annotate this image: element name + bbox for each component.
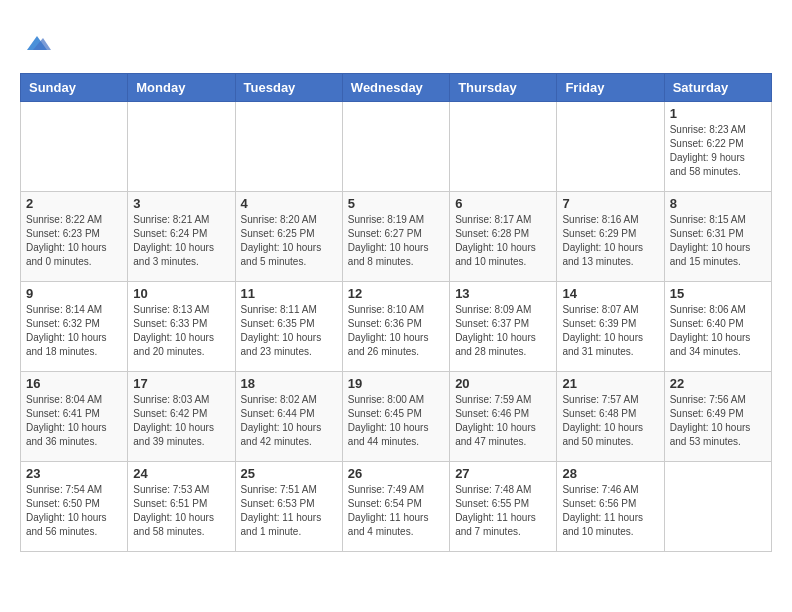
day-number: 18: [241, 376, 337, 391]
day-info: Sunrise: 8:09 AM Sunset: 6:37 PM Dayligh…: [455, 303, 551, 359]
header-thursday: Thursday: [450, 74, 557, 102]
calendar-cell: 5Sunrise: 8:19 AM Sunset: 6:27 PM Daylig…: [342, 192, 449, 282]
calendar-cell: 2Sunrise: 8:22 AM Sunset: 6:23 PM Daylig…: [21, 192, 128, 282]
day-number: 4: [241, 196, 337, 211]
day-info: Sunrise: 8:14 AM Sunset: 6:32 PM Dayligh…: [26, 303, 122, 359]
header-friday: Friday: [557, 74, 664, 102]
calendar-cell: [664, 462, 771, 552]
day-number: 8: [670, 196, 766, 211]
day-info: Sunrise: 7:59 AM Sunset: 6:46 PM Dayligh…: [455, 393, 551, 449]
day-info: Sunrise: 7:49 AM Sunset: 6:54 PM Dayligh…: [348, 483, 444, 539]
calendar-cell: 18Sunrise: 8:02 AM Sunset: 6:44 PM Dayli…: [235, 372, 342, 462]
day-number: 17: [133, 376, 229, 391]
calendar-cell: 13Sunrise: 8:09 AM Sunset: 6:37 PM Dayli…: [450, 282, 557, 372]
calendar-week-4: 23Sunrise: 7:54 AM Sunset: 6:50 PM Dayli…: [21, 462, 772, 552]
day-number: 5: [348, 196, 444, 211]
day-info: Sunrise: 7:46 AM Sunset: 6:56 PM Dayligh…: [562, 483, 658, 539]
calendar-cell: 15Sunrise: 8:06 AM Sunset: 6:40 PM Dayli…: [664, 282, 771, 372]
day-number: 1: [670, 106, 766, 121]
calendar-cell: [21, 102, 128, 192]
logo: [20, 30, 51, 63]
day-info: Sunrise: 7:57 AM Sunset: 6:48 PM Dayligh…: [562, 393, 658, 449]
calendar-cell: 6Sunrise: 8:17 AM Sunset: 6:28 PM Daylig…: [450, 192, 557, 282]
day-number: 14: [562, 286, 658, 301]
day-info: Sunrise: 8:15 AM Sunset: 6:31 PM Dayligh…: [670, 213, 766, 269]
calendar-cell: 8Sunrise: 8:15 AM Sunset: 6:31 PM Daylig…: [664, 192, 771, 282]
calendar-week-0: 1Sunrise: 8:23 AM Sunset: 6:22 PM Daylig…: [21, 102, 772, 192]
day-info: Sunrise: 8:07 AM Sunset: 6:39 PM Dayligh…: [562, 303, 658, 359]
day-number: 19: [348, 376, 444, 391]
day-info: Sunrise: 8:20 AM Sunset: 6:25 PM Dayligh…: [241, 213, 337, 269]
day-number: 16: [26, 376, 122, 391]
calendar-cell: [450, 102, 557, 192]
day-info: Sunrise: 7:51 AM Sunset: 6:53 PM Dayligh…: [241, 483, 337, 539]
day-number: 27: [455, 466, 551, 481]
day-info: Sunrise: 8:17 AM Sunset: 6:28 PM Dayligh…: [455, 213, 551, 269]
calendar-week-3: 16Sunrise: 8:04 AM Sunset: 6:41 PM Dayli…: [21, 372, 772, 462]
logo-icon: [23, 30, 51, 58]
day-info: Sunrise: 8:10 AM Sunset: 6:36 PM Dayligh…: [348, 303, 444, 359]
day-info: Sunrise: 8:13 AM Sunset: 6:33 PM Dayligh…: [133, 303, 229, 359]
day-info: Sunrise: 8:06 AM Sunset: 6:40 PM Dayligh…: [670, 303, 766, 359]
calendar-cell: 14Sunrise: 8:07 AM Sunset: 6:39 PM Dayli…: [557, 282, 664, 372]
day-info: Sunrise: 8:04 AM Sunset: 6:41 PM Dayligh…: [26, 393, 122, 449]
day-info: Sunrise: 8:02 AM Sunset: 6:44 PM Dayligh…: [241, 393, 337, 449]
day-info: Sunrise: 7:56 AM Sunset: 6:49 PM Dayligh…: [670, 393, 766, 449]
calendar-cell: 27Sunrise: 7:48 AM Sunset: 6:55 PM Dayli…: [450, 462, 557, 552]
day-info: Sunrise: 7:48 AM Sunset: 6:55 PM Dayligh…: [455, 483, 551, 539]
calendar-cell: 7Sunrise: 8:16 AM Sunset: 6:29 PM Daylig…: [557, 192, 664, 282]
day-number: 11: [241, 286, 337, 301]
day-number: 26: [348, 466, 444, 481]
calendar-cell: 17Sunrise: 8:03 AM Sunset: 6:42 PM Dayli…: [128, 372, 235, 462]
calendar-cell: 3Sunrise: 8:21 AM Sunset: 6:24 PM Daylig…: [128, 192, 235, 282]
header-wednesday: Wednesday: [342, 74, 449, 102]
day-info: Sunrise: 8:11 AM Sunset: 6:35 PM Dayligh…: [241, 303, 337, 359]
calendar-cell: [557, 102, 664, 192]
calendar-cell: 23Sunrise: 7:54 AM Sunset: 6:50 PM Dayli…: [21, 462, 128, 552]
calendar-cell: 11Sunrise: 8:11 AM Sunset: 6:35 PM Dayli…: [235, 282, 342, 372]
day-info: Sunrise: 8:19 AM Sunset: 6:27 PM Dayligh…: [348, 213, 444, 269]
day-number: 7: [562, 196, 658, 211]
day-info: Sunrise: 7:53 AM Sunset: 6:51 PM Dayligh…: [133, 483, 229, 539]
day-number: 24: [133, 466, 229, 481]
day-number: 21: [562, 376, 658, 391]
calendar-cell: 12Sunrise: 8:10 AM Sunset: 6:36 PM Dayli…: [342, 282, 449, 372]
header-tuesday: Tuesday: [235, 74, 342, 102]
calendar-cell: [342, 102, 449, 192]
calendar-cell: 16Sunrise: 8:04 AM Sunset: 6:41 PM Dayli…: [21, 372, 128, 462]
calendar-cell: [128, 102, 235, 192]
header-saturday: Saturday: [664, 74, 771, 102]
day-info: Sunrise: 8:16 AM Sunset: 6:29 PM Dayligh…: [562, 213, 658, 269]
day-number: 13: [455, 286, 551, 301]
calendar-table: SundayMondayTuesdayWednesdayThursdayFrid…: [20, 73, 772, 552]
day-number: 3: [133, 196, 229, 211]
page-header: [20, 20, 772, 63]
day-number: 2: [26, 196, 122, 211]
day-info: Sunrise: 8:22 AM Sunset: 6:23 PM Dayligh…: [26, 213, 122, 269]
day-number: 10: [133, 286, 229, 301]
calendar-cell: 22Sunrise: 7:56 AM Sunset: 6:49 PM Dayli…: [664, 372, 771, 462]
calendar-cell: 4Sunrise: 8:20 AM Sunset: 6:25 PM Daylig…: [235, 192, 342, 282]
day-info: Sunrise: 8:00 AM Sunset: 6:45 PM Dayligh…: [348, 393, 444, 449]
day-number: 23: [26, 466, 122, 481]
day-number: 15: [670, 286, 766, 301]
calendar-header-row: SundayMondayTuesdayWednesdayThursdayFrid…: [21, 74, 772, 102]
calendar-cell: 10Sunrise: 8:13 AM Sunset: 6:33 PM Dayli…: [128, 282, 235, 372]
day-number: 28: [562, 466, 658, 481]
day-number: 6: [455, 196, 551, 211]
header-sunday: Sunday: [21, 74, 128, 102]
calendar-cell: [235, 102, 342, 192]
calendar-week-1: 2Sunrise: 8:22 AM Sunset: 6:23 PM Daylig…: [21, 192, 772, 282]
calendar-cell: 19Sunrise: 8:00 AM Sunset: 6:45 PM Dayli…: [342, 372, 449, 462]
calendar-cell: 28Sunrise: 7:46 AM Sunset: 6:56 PM Dayli…: [557, 462, 664, 552]
calendar-cell: 1Sunrise: 8:23 AM Sunset: 6:22 PM Daylig…: [664, 102, 771, 192]
calendar-cell: 21Sunrise: 7:57 AM Sunset: 6:48 PM Dayli…: [557, 372, 664, 462]
calendar-cell: 26Sunrise: 7:49 AM Sunset: 6:54 PM Dayli…: [342, 462, 449, 552]
day-number: 9: [26, 286, 122, 301]
day-info: Sunrise: 8:23 AM Sunset: 6:22 PM Dayligh…: [670, 123, 766, 179]
day-info: Sunrise: 8:21 AM Sunset: 6:24 PM Dayligh…: [133, 213, 229, 269]
day-number: 12: [348, 286, 444, 301]
calendar-cell: 24Sunrise: 7:53 AM Sunset: 6:51 PM Dayli…: [128, 462, 235, 552]
calendar-week-2: 9Sunrise: 8:14 AM Sunset: 6:32 PM Daylig…: [21, 282, 772, 372]
day-number: 20: [455, 376, 551, 391]
